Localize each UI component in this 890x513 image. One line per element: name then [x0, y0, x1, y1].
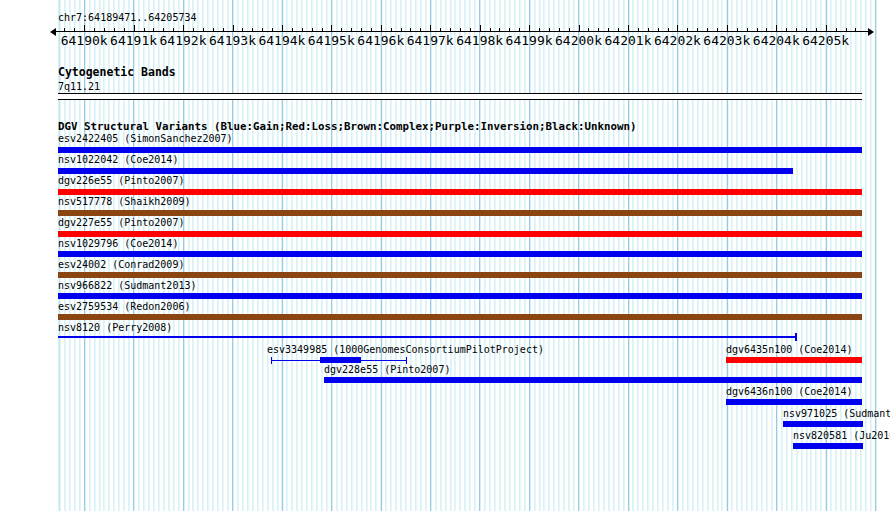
variant-label-esv3349985[interactable]: esv3349985 (1000GenomesConsortiumPilotPr… [267, 344, 544, 356]
ruler-minor-tick [292, 28, 293, 31]
ruler-minor-tick [707, 28, 708, 31]
variant-label-nsv1029796[interactable]: nsv1029796 (Coe2014) [58, 238, 178, 250]
variant-label-dgv6436n100[interactable]: dgv6436n100 (Coe2014) [726, 386, 852, 398]
ruler-minor-tick [846, 28, 847, 31]
ruler-major-tick [529, 25, 530, 31]
variant-bar-nsv1029796[interactable] [58, 251, 862, 257]
ruler-minor-tick [588, 28, 589, 31]
variant-label-nsv966822[interactable]: nsv966822 (Sudmant2013) [58, 280, 196, 292]
variant-line-endtick-nsv8120 [795, 333, 797, 341]
variant-bar-dgv6436n100[interactable] [726, 399, 862, 405]
variant-label-esv2422405[interactable]: esv2422405 (SimonSanchez2007) [58, 133, 233, 145]
ruler-minor-tick [144, 28, 145, 31]
ruler-minor-tick [64, 28, 65, 31]
ruler-minor-tick [598, 28, 599, 31]
ruler-major-tick [579, 25, 580, 31]
cytogenetic-bands-title: Cytogenetic Bands [58, 66, 176, 79]
dgv-section-title: DGV Structural Variants (Blue:Gain;Red:L… [58, 120, 637, 133]
variant-label-dgv226e55[interactable]: dgv226e55 (Pinto2007) [58, 175, 184, 187]
ruler-minor-tick [223, 28, 224, 31]
variant-label-esv24002[interactable]: esv24002 (Conrad2009) [58, 259, 184, 271]
ruler-major-tick [381, 25, 382, 31]
ruler-minor-tick [608, 28, 609, 31]
variant-bar-esv2422405[interactable] [58, 147, 862, 153]
ruler-minor-tick [351, 28, 352, 31]
ruler-minor-tick [272, 28, 273, 31]
variant-label-nsv8120[interactable]: nsv8120 (Perry2008) [58, 322, 172, 334]
variant-bar-nsv971025[interactable] [783, 421, 863, 427]
variant-bar-nsv820581[interactable] [793, 443, 863, 449]
cytoband-name-label[interactable]: 7q11.21 [58, 81, 100, 93]
ruler-minor-tick [361, 28, 362, 31]
ruler-minor-tick [460, 28, 461, 31]
ruler-major-tick [84, 25, 85, 31]
ruler-minor-tick [668, 28, 669, 31]
variant-bar-nsv1022042[interactable] [58, 168, 793, 174]
ruler-minor-tick [242, 28, 243, 31]
ruler-minor-tick [648, 28, 649, 31]
ruler-minor-tick [757, 28, 758, 31]
ruler-tick-label: 64205k [791, 34, 861, 48]
variant-bar-esv2759534[interactable] [58, 314, 862, 320]
ruler-axis-line [56, 31, 868, 32]
ruler-minor-tick [440, 28, 441, 31]
ruler-minor-tick [509, 28, 510, 31]
ruler-minor-tick [539, 28, 540, 31]
ruler-major-tick [628, 25, 629, 31]
ruler-minor-tick [193, 28, 194, 31]
variant-label-nsv1022042[interactable]: nsv1022042 (Coe2014) [58, 154, 178, 166]
ruler-minor-tick [252, 28, 253, 31]
variant-bar-dgv228e55[interactable] [324, 377, 862, 383]
ruler-minor-tick [153, 28, 154, 31]
ruler-minor-tick [94, 28, 95, 31]
ruler-minor-tick [173, 28, 174, 31]
ruler-minor-tick [697, 28, 698, 31]
ruler-minor-tick [114, 28, 115, 31]
ruler-minor-tick [104, 28, 105, 31]
variant-bar-nsv517778[interactable] [58, 210, 862, 216]
variant-bar-dgv226e55[interactable] [58, 189, 862, 195]
ruler-minor-tick [391, 28, 392, 31]
ruler-minor-tick [371, 28, 372, 31]
variant-line-nsv8120[interactable] [58, 336, 797, 338]
variant-label-esv2759534[interactable]: esv2759534 (Redon2006) [58, 301, 190, 313]
ruler-minor-tick [163, 28, 164, 31]
ruler-minor-tick [766, 28, 767, 31]
cytoband-box[interactable] [58, 93, 862, 100]
ruler-major-tick [233, 25, 234, 31]
variant-label-dgv6435n100[interactable]: dgv6435n100 (Coe2014) [726, 344, 852, 356]
ruler-minor-tick [499, 28, 500, 31]
ruler-minor-tick [420, 28, 421, 31]
ruler-major-tick [183, 25, 184, 31]
variant-label-dgv227e55[interactable]: dgv227e55 (Pinto2007) [58, 217, 184, 229]
variant-bar-dgv227e55[interactable] [58, 231, 862, 237]
variant-label-nsv517778[interactable]: nsv517778 (Shaikh2009) [58, 196, 190, 208]
genome-browser-panel: chr7:64189471..64205734 64190k64191k6419… [0, 0, 890, 513]
ruler-minor-tick [559, 28, 560, 31]
ruler-major-tick [677, 25, 678, 31]
ruler-minor-tick [816, 28, 817, 31]
ruler-minor-tick [470, 28, 471, 31]
ruler-minor-tick [855, 28, 856, 31]
ruler-minor-tick [450, 28, 451, 31]
ruler-minor-tick [786, 28, 787, 31]
ruler-major-tick [776, 25, 777, 31]
ruler-minor-tick [806, 28, 807, 31]
ruler-minor-tick [203, 28, 204, 31]
ruler-major-tick [282, 25, 283, 31]
variant-label-nsv820581[interactable]: nsv820581 (Ju2010 [793, 430, 890, 442]
ruler-minor-tick [490, 28, 491, 31]
ruler-minor-tick [638, 28, 639, 31]
variant-bar-nsv966822[interactable] [58, 293, 862, 299]
variant-bar-dgv6435n100[interactable] [726, 357, 862, 363]
variant-label-dgv228e55[interactable]: dgv228e55 (Pinto2007) [324, 364, 450, 376]
ruler-minor-tick [796, 28, 797, 31]
region-coordinates-label: chr7:64189471..64205734 [58, 12, 196, 24]
variant-bar-esv24002[interactable] [58, 272, 862, 278]
variant-label-nsv971025[interactable]: nsv971025 (Sudmant [783, 408, 890, 420]
variant-range-box-esv3349985[interactable] [320, 357, 361, 363]
ruler-minor-tick [717, 28, 718, 31]
ruler-minor-tick [262, 28, 263, 31]
variant-range-lefttick-esv3349985 [271, 357, 272, 364]
ruler-minor-tick [410, 28, 411, 31]
